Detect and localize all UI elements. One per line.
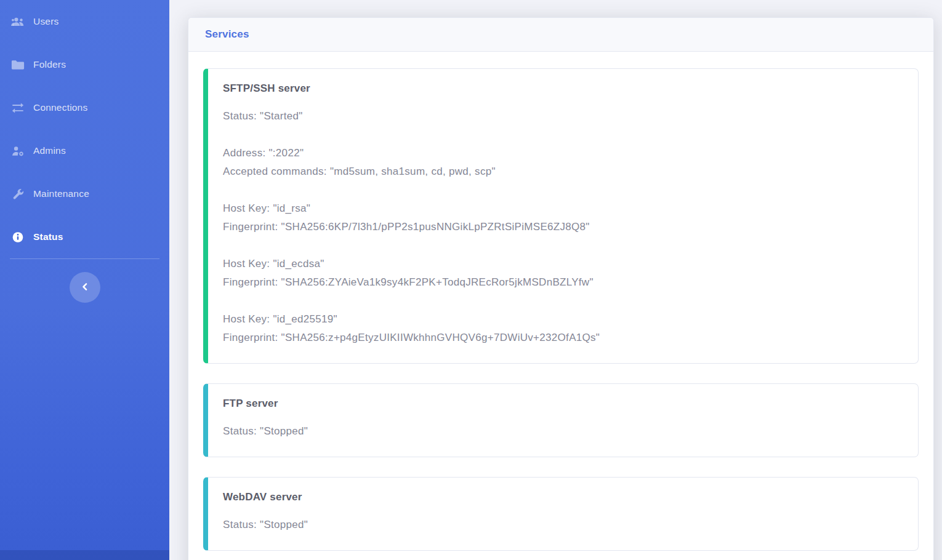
service-detail-line: Fingerprint: "SHA256:6KP/7l3h1/pPP2s1pus… [223, 218, 903, 236]
service-detail-line: Host Key: "id_rsa" [223, 199, 903, 218]
service-card: WebDAV server Status: "Stopped" [203, 477, 919, 551]
service-detail-line: Status: "Started" [223, 107, 903, 126]
service-card: FTP server Status: "Stopped" [203, 383, 919, 457]
sidebar-item-label: Maintenance [33, 188, 89, 199]
sidebar-item-status[interactable]: Status [0, 215, 169, 258]
service-title: WebDAV server [223, 491, 903, 503]
admins-icon [10, 144, 26, 158]
sidebar-collapse-button[interactable] [70, 272, 100, 303]
page-title: Services [205, 28, 249, 40]
chevron-left-icon [79, 281, 91, 295]
main-content: Services SFTP/SSH server Status: "Starte… [169, 0, 942, 560]
sidebar-nav: Users Folders Connections Admins Mainten… [0, 0, 169, 258]
sidebar-divider [10, 258, 159, 259]
sidebar-item-admins[interactable]: Admins [0, 129, 169, 172]
sidebar-footer [0, 550, 169, 560]
sidebar-item-label: Connections [33, 102, 87, 113]
sidebar-item-connections[interactable]: Connections [0, 86, 169, 129]
service-details: Status: "Stopped" [223, 422, 903, 441]
service-detail-paragraph: Status: "Stopped" [223, 516, 903, 534]
service-detail-line: Status: "Stopped" [223, 516, 903, 534]
service-details: Status: "Started"Address: ":2022"Accepte… [223, 107, 903, 347]
service-detail-line: Fingerprint: "SHA256:ZYAieVa1k9sy4kF2PK+… [223, 273, 903, 292]
services-card: Services SFTP/SSH server Status: "Starte… [188, 17, 934, 560]
sidebar-item-maintenance[interactable]: Maintenance [0, 172, 169, 215]
service-detail-paragraph: Host Key: "id_ecdsa"Fingerprint: "SHA256… [223, 255, 903, 292]
service-title: FTP server [223, 398, 903, 410]
sidebar-item-label: Users [33, 16, 58, 27]
service-detail-paragraph: Status: "Started" [223, 107, 903, 126]
service-title: SFTP/SSH server [223, 82, 903, 95]
sidebar-item-users[interactable]: Users [0, 0, 169, 43]
sidebar-item-label: Status [33, 231, 63, 242]
service-card: SFTP/SSH server Status: "Started"Address… [203, 68, 919, 364]
sidebar-item-label: Admins [33, 145, 66, 156]
service-detail-paragraph: Host Key: "id_ed25519"Fingerprint: "SHA2… [223, 310, 903, 347]
service-detail-line: Address: ":2022" [223, 144, 903, 162]
service-details: Status: "Stopped" [223, 516, 903, 534]
service-detail-line: Accepted commands: "md5sum, sha1sum, cd,… [223, 162, 903, 181]
service-detail-paragraph: Host Key: "id_rsa"Fingerprint: "SHA256:6… [223, 199, 903, 236]
sidebar-item-folders[interactable]: Folders [0, 43, 169, 86]
app-root: Users Folders Connections Admins Mainten… [0, 0, 942, 560]
users-icon [10, 15, 26, 28]
connections-icon [10, 101, 26, 114]
services-card-body: SFTP/SSH server Status: "Started"Address… [188, 52, 933, 560]
sidebar-item-label: Folders [33, 59, 66, 70]
service-detail-line: Host Key: "id_ecdsa" [223, 255, 903, 273]
service-detail-line: Host Key: "id_ed25519" [223, 310, 903, 329]
status-icon [10, 230, 26, 244]
service-detail-paragraph: Status: "Stopped" [223, 422, 903, 441]
services-card-header: Services [188, 18, 933, 52]
service-detail-line: Status: "Stopped" [223, 422, 903, 441]
sidebar: Users Folders Connections Admins Mainten… [0, 0, 169, 560]
service-detail-line: Fingerprint: "SHA256:z+p4gEtyzUIKIIWkhhn… [223, 329, 903, 347]
maintenance-icon [10, 187, 26, 201]
folder-icon [10, 58, 26, 71]
service-detail-paragraph: Address: ":2022"Accepted commands: "md5s… [223, 144, 903, 181]
